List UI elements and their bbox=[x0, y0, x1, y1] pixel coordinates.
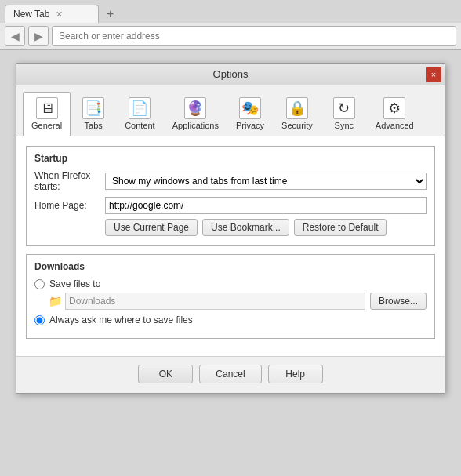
downloads-section-label: Downloads bbox=[34, 261, 427, 272]
downloads-path-input bbox=[65, 293, 365, 310]
tab-sync-label: Sync bbox=[335, 121, 354, 130]
use-current-page-button[interactable]: Use Current Page bbox=[105, 219, 198, 236]
advanced-icon: ⚙ bbox=[383, 97, 405, 119]
dialog-close-button[interactable]: × bbox=[426, 67, 441, 82]
downloads-path-row: 📁 Browse... bbox=[49, 293, 427, 310]
ok-button[interactable]: OK bbox=[138, 365, 193, 383]
tab-tabs-label: Tabs bbox=[85, 121, 103, 130]
browse-button[interactable]: Browse... bbox=[370, 293, 427, 310]
save-files-radio-row: Save files to bbox=[34, 278, 427, 289]
cancel-button[interactable]: Cancel bbox=[199, 365, 261, 383]
security-icon: 🔒 bbox=[286, 97, 308, 119]
tab-sync[interactable]: ↻ Sync bbox=[321, 92, 367, 136]
forward-button[interactable]: ▶ bbox=[28, 26, 49, 46]
startup-button-row: Use Current Page Use Bookmark... Restore… bbox=[105, 219, 427, 236]
content-icon: 📄 bbox=[129, 97, 151, 119]
tab-close-icon[interactable]: ✕ bbox=[56, 9, 63, 20]
help-button[interactable]: Help bbox=[268, 365, 323, 383]
startup-section: Startup When Firefox starts: Show my win… bbox=[26, 146, 435, 246]
tab-security[interactable]: 🔒 Security bbox=[273, 92, 321, 136]
tab-bar: New Tab ✕ + bbox=[0, 0, 461, 23]
dialog-footer: OK Cancel Help bbox=[16, 356, 445, 393]
options-tabs: 🖥 General 📑 Tabs 📄 Content 🔮 Application… bbox=[16, 85, 445, 136]
applications-icon: 🔮 bbox=[184, 97, 206, 119]
folder-icon: 📁 bbox=[49, 295, 62, 307]
always-ask-label: Always ask me where to save files bbox=[49, 314, 193, 325]
tabs-icon: 📑 bbox=[82, 97, 104, 119]
tab-security-label: Security bbox=[281, 121, 313, 130]
tab-advanced-label: Advanced bbox=[376, 121, 414, 130]
address-bar[interactable] bbox=[52, 26, 456, 46]
back-button[interactable]: ◀ bbox=[5, 26, 25, 46]
restore-default-button[interactable]: Restore to Default bbox=[294, 219, 387, 236]
privacy-icon: 🎭 bbox=[239, 97, 261, 119]
always-ask-radio-row: Always ask me where to save files bbox=[34, 314, 427, 325]
startup-section-label: Startup bbox=[34, 153, 427, 164]
tab-title: New Tab bbox=[13, 9, 49, 20]
options-dialog: Options × 🖥 General 📑 Tabs 📄 Content 🔮 A… bbox=[16, 63, 445, 394]
home-page-row: Home Page: bbox=[34, 197, 427, 214]
save-files-label: Save files to bbox=[49, 278, 100, 289]
when-starts-select[interactable]: Show my windows and tabs from last time bbox=[105, 173, 427, 190]
tab-advanced[interactable]: ⚙ Advanced bbox=[367, 92, 423, 136]
always-ask-radio[interactable] bbox=[34, 315, 45, 325]
use-bookmark-button[interactable]: Use Bookmark... bbox=[202, 219, 289, 236]
browser-chrome: New Tab ✕ + ◀ ▶ bbox=[0, 0, 461, 50]
tab-general[interactable]: 🖥 General bbox=[23, 92, 71, 136]
dialog-titlebar: Options × bbox=[16, 64, 445, 85]
when-starts-label: When Firefox starts: bbox=[34, 170, 105, 192]
home-page-label: Home Page: bbox=[34, 200, 105, 211]
tab-general-label: General bbox=[31, 121, 62, 130]
tab-privacy-label: Privacy bbox=[236, 121, 264, 130]
browser-tab[interactable]: New Tab ✕ bbox=[5, 5, 99, 23]
dialog-content: Startup When Firefox starts: Show my win… bbox=[16, 136, 445, 356]
downloads-section: Downloads Save files to 📁 Browse... Alwa… bbox=[26, 254, 435, 339]
tab-privacy[interactable]: 🎭 Privacy bbox=[227, 92, 273, 136]
dialog-title: Options bbox=[213, 68, 249, 80]
save-files-radio[interactable] bbox=[34, 279, 45, 289]
when-starts-row: When Firefox starts: Show my windows and… bbox=[34, 170, 427, 192]
tab-applications[interactable]: 🔮 Applications bbox=[164, 92, 227, 136]
tab-content[interactable]: 📄 Content bbox=[116, 92, 164, 136]
tab-content-label: Content bbox=[125, 121, 155, 130]
tab-applications-label: Applications bbox=[172, 121, 219, 130]
nav-bar: ◀ ▶ bbox=[0, 23, 461, 49]
tab-tabs[interactable]: 📑 Tabs bbox=[71, 92, 116, 136]
home-page-input[interactable] bbox=[105, 197, 427, 214]
new-tab-button[interactable]: + bbox=[102, 5, 118, 23]
general-icon: 🖥 bbox=[36, 97, 58, 119]
sync-icon: ↻ bbox=[333, 97, 355, 119]
